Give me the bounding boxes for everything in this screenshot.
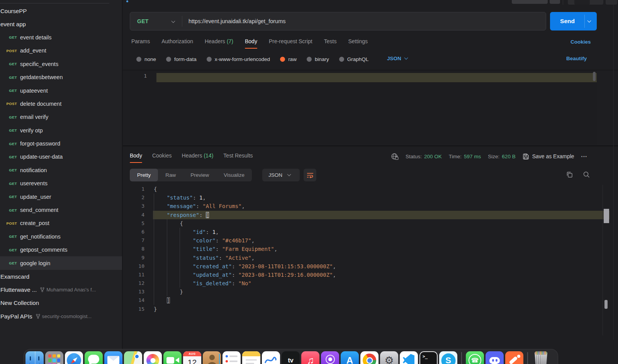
method-select[interactable]: GET <box>137 12 149 30</box>
view-tab-raw[interactable]: Raw <box>158 169 183 181</box>
request-label: delete document <box>20 101 61 107</box>
sidebar-item-specific-events[interactable]: GETspecific_events <box>0 58 122 71</box>
dock-icon-contacts[interactable] <box>203 351 221 364</box>
dock-icon-music[interactable]: ♫ <box>301 351 319 364</box>
sidebar-item-update-user-data[interactable]: GETupdate-user-data <box>0 150 122 163</box>
editor-scrollbar-thumb[interactable] <box>593 72 596 81</box>
sidebar-collection-paypal-apis[interactable]: PayPal APIssecurity-cosmologist... <box>0 310 122 323</box>
partial-toggle-button[interactable] <box>568 0 603 5</box>
sidebar-item-forgot-password[interactable]: GETforgot-password <box>0 137 122 150</box>
tab-authorization[interactable]: Authorization <box>161 37 193 48</box>
response-tab-body[interactable]: Body <box>130 151 142 162</box>
sidebar-item-send-comment[interactable]: GETsend_comment <box>0 203 122 217</box>
chevron-down-icon[interactable] <box>171 19 175 23</box>
body-mode-x-www-form-urlencoded[interactable]: x-www-form-urlencoded <box>207 56 270 62</box>
dock-icon-notes[interactable] <box>242 351 260 364</box>
sidebar-collection-new-collection[interactable]: New Collection <box>0 296 122 310</box>
dock-icon-postman[interactable] <box>505 351 523 364</box>
search-response-button[interactable] <box>583 171 590 180</box>
dock-icon-reminders[interactable] <box>222 351 241 364</box>
request-label: update-user-data <box>20 154 63 160</box>
view-tab-preview[interactable]: Preview <box>183 169 216 181</box>
dock-icon-photos[interactable] <box>144 351 162 364</box>
response-tab-test-results[interactable]: Test Results <box>223 151 253 162</box>
response-scrollbar-thumb[interactable] <box>604 300 608 309</box>
sidebar-collection-coursepp[interactable]: CoursePP <box>0 4 122 17</box>
method-badge: GET <box>5 62 17 66</box>
tab-body[interactable]: Body <box>245 37 257 48</box>
dock-icon-skype[interactable]: S <box>439 351 457 364</box>
tab-settings[interactable]: Settings <box>348 37 368 48</box>
sidebar-item-email-verify[interactable]: GETemail verify <box>0 110 122 124</box>
network-globe-icon[interactable] <box>391 153 399 160</box>
dock-icon-messages[interactable] <box>85 351 103 364</box>
partial-comments-button[interactable] <box>606 0 617 5</box>
minimap-viewport-marker[interactable] <box>604 209 609 223</box>
dock-icon-finder[interactable] <box>25 351 44 364</box>
dock-icon-podcasts[interactable] <box>321 351 339 364</box>
view-tab-pretty[interactable]: Pretty <box>130 169 158 181</box>
dock-icon-whatsapp[interactable]: ☎ <box>466 351 484 364</box>
dock-icon-terminal[interactable]: >_ <box>419 351 438 364</box>
sidebar-collection-flutterwave[interactable]: Flutterwave ...Muhammad Anas's f... <box>0 283 122 296</box>
body-mode-none[interactable]: none <box>136 56 156 62</box>
copy-response-button[interactable] <box>566 171 573 180</box>
sidebar-item-add-event[interactable]: POSTadd_event <box>0 44 122 57</box>
sidebar-collection-examscard[interactable]: Examscard <box>0 270 122 283</box>
dock-icon-settings[interactable]: ⚙ <box>380 351 398 364</box>
dock-icon-trash[interactable] <box>532 351 550 364</box>
sidebar-item-create-post[interactable]: POSTcreate_post <box>0 217 122 230</box>
send-button[interactable]: Send <box>550 12 597 30</box>
more-options-button[interactable]: ••• <box>581 154 587 159</box>
sidebar-item-getdatesbetween[interactable]: GETgetdatesbetween <box>0 71 122 84</box>
sidebar-item-delete-document[interactable]: POSTdelete document <box>0 97 122 110</box>
dock-icon-discord[interactable] <box>486 351 504 364</box>
cookies-link[interactable]: Cookies <box>570 39 591 45</box>
body-mode-form-data[interactable]: form-data <box>166 56 197 62</box>
dock-icon-maps[interactable] <box>124 351 142 364</box>
sidebar-item-event-details[interactable]: GETevent details <box>0 31 122 44</box>
radio-icon <box>207 57 212 62</box>
dock-icon-tv[interactable]: tv <box>282 351 300 364</box>
tab-headers[interactable]: Headers(7) <box>205 37 233 48</box>
dock-icon-chrome[interactable] <box>360 351 379 364</box>
partial-save-button[interactable] <box>512 0 548 4</box>
dock-icon-app-store[interactable]: A <box>341 351 359 364</box>
body-mode-binary[interactable]: binary <box>307 56 329 62</box>
response-format-select[interactable]: JSON <box>262 169 300 181</box>
save-as-example-button[interactable]: Save as Example <box>523 153 574 160</box>
sidebar-items: CoursePPevent appGETevent detailsPOSTadd… <box>0 4 122 323</box>
view-tab-visualize[interactable]: Visualize <box>216 169 252 181</box>
sidebar-item-google-login[interactable]: GETgoogle login <box>0 256 122 269</box>
body-mode-raw[interactable]: raw <box>280 56 297 62</box>
sidebar-collection-event-app[interactable]: event app <box>0 17 122 30</box>
dock-icon-freeform[interactable] <box>262 351 280 364</box>
tab-params[interactable]: Params <box>131 37 150 48</box>
wrap-lines-button[interactable] <box>304 169 316 181</box>
sidebar-item-getpost-comments[interactable]: GETgetpost_comments <box>0 243 122 256</box>
sidebar-item-notification[interactable]: GETnotification <box>0 164 122 177</box>
sidebar-item-get-notifications[interactable]: GETget_notifications <box>0 230 122 243</box>
partial-save-menu-button[interactable] <box>550 0 560 4</box>
response-tab-cookies[interactable]: Cookies <box>152 151 172 162</box>
request-body-editor[interactable]: 1 <box>130 70 597 145</box>
dock-icon-vscode[interactable] <box>400 351 418 364</box>
dock-icon-safari[interactable] <box>65 351 83 364</box>
body-mode-graphql[interactable]: GraphQL <box>339 56 369 62</box>
tab-tests[interactable]: Tests <box>324 37 337 48</box>
sidebar-item-update-user[interactable]: GETupdate_user <box>0 190 122 203</box>
dock-icon-mail[interactable] <box>104 351 122 364</box>
sidebar-item-userevents[interactable]: GETuserevents <box>0 177 122 190</box>
dock-icon-launchpad[interactable] <box>45 351 63 364</box>
send-options-chevron-icon[interactable] <box>587 19 591 23</box>
dock-icon-calendar[interactable]: AUG12 <box>183 351 201 364</box>
beautify-link[interactable]: Beautify <box>566 56 587 61</box>
response-tab-headers[interactable]: Headers(14) <box>182 151 214 162</box>
sidebar-item-upateevent[interactable]: GETupateevent <box>0 84 122 97</box>
url-input[interactable]: https://event.junaidali.tk/api/get_forum… <box>188 12 285 30</box>
response-body-viewer[interactable]: 123456789101112131415 {"status": 1,"mess… <box>130 185 610 316</box>
sidebar-item-verify-otp[interactable]: GETverify otp <box>0 124 122 137</box>
dock-icon-facetime[interactable] <box>163 351 182 364</box>
tab-pre-request-script[interactable]: Pre-request Script <box>269 37 312 48</box>
raw-language-select[interactable]: JSON <box>387 56 407 61</box>
